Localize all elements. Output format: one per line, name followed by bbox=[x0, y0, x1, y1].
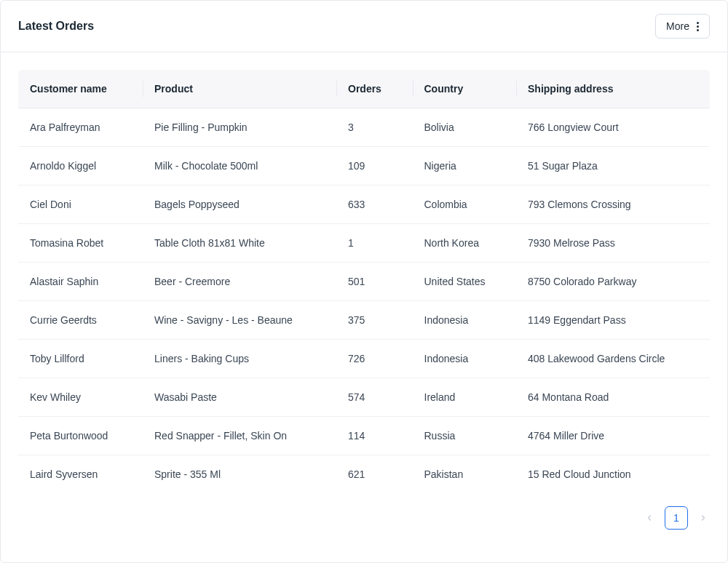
table-row[interactable]: Toby LillfordLiners - Baking Cups726Indo… bbox=[18, 340, 710, 378]
card-title: Latest Orders bbox=[18, 20, 94, 33]
prev-page-button[interactable] bbox=[643, 511, 656, 524]
cell-orders: 109 bbox=[336, 147, 413, 185]
more-button[interactable]: More bbox=[655, 14, 710, 39]
table-row[interactable]: Kev WhileyWasabi Paste574Ireland64 Monta… bbox=[18, 378, 710, 417]
cell-customer: Laird Syversen bbox=[18, 455, 143, 493]
cell-orders: 3 bbox=[336, 108, 413, 147]
cell-address: 4764 Miller Drive bbox=[516, 417, 710, 455]
cell-country: North Korea bbox=[413, 224, 517, 263]
cell-customer: Peta Burtonwood bbox=[18, 417, 143, 455]
latest-orders-card: Latest Orders More Customer name Product… bbox=[0, 0, 728, 563]
orders-table: Customer name Product Orders Country Shi… bbox=[18, 70, 710, 493]
cell-address: 766 Longview Court bbox=[516, 108, 710, 147]
cell-address: 793 Clemons Crossing bbox=[516, 185, 710, 224]
cell-country: Nigeria bbox=[413, 147, 517, 185]
cell-customer: Arnoldo Kiggel bbox=[18, 147, 143, 185]
col-country[interactable]: Country bbox=[413, 70, 517, 108]
cell-product: Milk - Chocolate 500ml bbox=[143, 147, 336, 185]
next-page-button[interactable] bbox=[697, 511, 710, 524]
cell-customer: Ara Palfreyman bbox=[18, 108, 143, 147]
cell-orders: 574 bbox=[336, 378, 413, 417]
table-header-row: Customer name Product Orders Country Shi… bbox=[18, 70, 710, 108]
cell-orders: 375 bbox=[336, 301, 413, 340]
cell-country: Russia bbox=[413, 417, 517, 455]
cell-customer: Currie Geerdts bbox=[18, 301, 143, 340]
table-row[interactable]: Ciel DoniBagels Poppyseed633Colombia793 … bbox=[18, 185, 710, 224]
chevron-right-icon bbox=[699, 514, 708, 522]
cell-product: Wine - Savigny - Les - Beaune bbox=[143, 301, 336, 340]
cell-customer: Ciel Doni bbox=[18, 185, 143, 224]
cell-orders: 621 bbox=[336, 455, 413, 493]
cell-address: 1149 Eggendart Pass bbox=[516, 301, 710, 340]
table-row[interactable]: Currie GeerdtsWine - Savigny - Les - Bea… bbox=[18, 301, 710, 340]
cell-country: Indonesia bbox=[413, 340, 517, 378]
cell-orders: 726 bbox=[336, 340, 413, 378]
cell-address: 64 Montana Road bbox=[516, 378, 710, 417]
cell-product: Wasabi Paste bbox=[143, 378, 336, 417]
table-row[interactable]: Arnoldo KiggelMilk - Chocolate 500ml109N… bbox=[18, 147, 710, 185]
cell-address: 51 Sugar Plaza bbox=[516, 147, 710, 185]
cell-orders: 501 bbox=[336, 263, 413, 301]
more-button-label: More bbox=[666, 20, 689, 32]
cell-product: Liners - Baking Cups bbox=[143, 340, 336, 378]
table-row[interactable]: Laird SyversenSprite - 355 Ml621Pakistan… bbox=[18, 455, 710, 493]
cell-country: Pakistan bbox=[413, 455, 517, 493]
chevron-left-icon bbox=[645, 514, 654, 522]
cell-orders: 633 bbox=[336, 185, 413, 224]
cell-orders: 114 bbox=[336, 417, 413, 455]
cell-address: 8750 Colorado Parkway bbox=[516, 263, 710, 301]
table-row[interactable]: Ara PalfreymanPie Filling - Pumpkin3Boli… bbox=[18, 108, 710, 147]
cell-country: United States bbox=[413, 263, 517, 301]
col-shipping[interactable]: Shipping address bbox=[516, 70, 710, 108]
pagination: 1 bbox=[18, 506, 710, 530]
cell-product: Table Cloth 81x81 White bbox=[143, 224, 336, 263]
cell-address: 408 Lakewood Gardens Circle bbox=[516, 340, 710, 378]
col-product[interactable]: Product bbox=[143, 70, 336, 108]
cell-country: Colombia bbox=[413, 185, 517, 224]
cell-product: Red Snapper - Fillet, Skin On bbox=[143, 417, 336, 455]
cell-address: 15 Red Cloud Junction bbox=[516, 455, 710, 493]
cell-product: Bagels Poppyseed bbox=[143, 185, 336, 224]
card-body: Customer name Product Orders Country Shi… bbox=[1, 52, 727, 547]
col-orders[interactable]: Orders bbox=[336, 70, 413, 108]
table-row[interactable]: Tomasina RobetTable Cloth 81x81 White1No… bbox=[18, 224, 710, 263]
cell-customer: Kev Whiley bbox=[18, 378, 143, 417]
cell-country: Indonesia bbox=[413, 301, 517, 340]
cell-customer: Toby Lillford bbox=[18, 340, 143, 378]
cell-customer: Tomasina Robet bbox=[18, 224, 143, 263]
cell-product: Beer - Creemore bbox=[143, 263, 336, 301]
cell-customer: Alastair Saphin bbox=[18, 263, 143, 301]
cell-country: Ireland bbox=[413, 378, 517, 417]
cell-address: 7930 Melrose Pass bbox=[516, 224, 710, 263]
card-header: Latest Orders More bbox=[1, 1, 727, 52]
table-row[interactable]: Alastair SaphinBeer - Creemore501United … bbox=[18, 263, 710, 301]
cell-country: Bolivia bbox=[413, 108, 517, 147]
cell-orders: 1 bbox=[336, 224, 413, 263]
table-row[interactable]: Peta BurtonwoodRed Snapper - Fillet, Ski… bbox=[18, 417, 710, 455]
cell-product: Pie Filling - Pumpkin bbox=[143, 108, 336, 147]
page-number-current[interactable]: 1 bbox=[665, 506, 688, 530]
col-customer-name[interactable]: Customer name bbox=[18, 70, 143, 108]
cell-product: Sprite - 355 Ml bbox=[143, 455, 336, 493]
more-vertical-icon bbox=[697, 22, 699, 31]
